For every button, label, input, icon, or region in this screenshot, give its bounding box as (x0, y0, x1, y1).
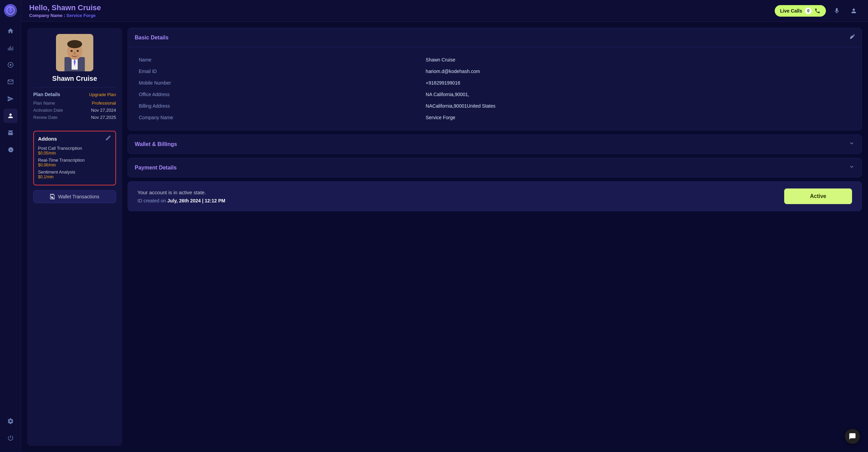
addon-item: Real-Time Transcription$0.06/min (38, 158, 111, 167)
basic-details-card: Basic Details NameShawn CruiseEmail IDha… (128, 28, 862, 130)
addon-price: $0.1/min (38, 175, 111, 179)
sidebar-item-contacts[interactable] (3, 109, 18, 123)
chat-icon (849, 433, 856, 440)
addon-item: Post Call Transcription$0.05/min (38, 146, 111, 156)
page-title: Hello, Shawn Cruise (29, 3, 101, 12)
basic-details-header[interactable]: Basic Details (128, 28, 862, 47)
plan-title-row: Plan Details Upgrade Plan (33, 92, 116, 97)
sidebar-item-send[interactable] (3, 92, 18, 106)
addons-edit-icon[interactable] (105, 135, 111, 142)
live-calls-button[interactable]: Live Calls 0 (775, 5, 826, 17)
payment-details-title: Payment Details (135, 165, 177, 171)
detail-label: Name (136, 54, 423, 66)
detail-label: Mobile Number (136, 77, 423, 89)
id-created-date: July, 26th 2024 | 12:12 PM (167, 198, 225, 203)
wallet-transactions-label: Wallet Transactions (58, 194, 99, 199)
active-badge-button: Active (784, 188, 852, 204)
detail-value: NACalifornia,90001United States (423, 100, 853, 112)
detail-label: Company Name (136, 112, 423, 123)
plan-details-section: Plan Details Upgrade Plan Plan Name Prof… (33, 87, 116, 126)
detail-row: Office AddressNA California,90001, (136, 89, 853, 100)
header: Hello, Shawn Cruise Company Name : Servi… (21, 0, 868, 22)
payment-details-card: Payment Details (128, 158, 862, 177)
right-panel: Basic Details NameShawn CruiseEmail IDha… (128, 28, 862, 446)
detail-row: NameShawn Cruise (136, 54, 853, 66)
profile-avatar (56, 34, 93, 71)
status-id-created: ID created on July, 26th 2024 | 12:12 PM (137, 198, 225, 203)
detail-row: Mobile Number+918299199016 (136, 77, 853, 89)
detail-label: Email ID (136, 66, 423, 77)
plan-title-text: Plan Details (33, 92, 60, 97)
header-title-area: Hello, Shawn Cruise Company Name : Servi… (29, 3, 101, 18)
status-text-area: Your account is in active state. ID crea… (137, 189, 225, 203)
addon-item: Sentiment Analysis$0.1/min (38, 169, 111, 179)
content-area: Shawn Cruise Plan Details Upgrade Plan P… (21, 22, 868, 452)
wallet-transactions-button[interactable]: Wallet Transactions (33, 190, 116, 203)
addons-header: Addons (38, 135, 111, 142)
addon-name: Real-Time Transcription (38, 158, 111, 163)
sidebar-item-power[interactable] (3, 431, 18, 445)
renew-label: Renew Date (33, 115, 58, 120)
detail-row: Email IDhariom.d@kodehash.com (136, 66, 853, 77)
upgrade-plan-link[interactable]: Upgrade Plan (89, 92, 116, 97)
live-calls-label: Live Calls (780, 8, 802, 14)
addon-name: Sentiment Analysis (38, 169, 111, 175)
avatar-svg (56, 34, 93, 71)
sidebar-item-campaigns[interactable] (3, 75, 18, 89)
sidebar-item-history[interactable] (3, 143, 18, 157)
phone-icon (814, 8, 820, 14)
chat-bubble-button[interactable] (845, 429, 860, 444)
account-status-card: Your account is in active state. ID crea… (128, 181, 862, 211)
wallet-icon (50, 194, 55, 199)
activation-value: Nov 27,2024 (91, 108, 116, 113)
detail-value: +918299199016 (423, 77, 853, 89)
sidebar-nav (3, 24, 18, 414)
addon-price: $0.05/min (38, 151, 111, 156)
detail-value: Service Forge (423, 112, 853, 123)
microphone-button[interactable] (831, 5, 843, 17)
svg-point-12 (77, 50, 79, 52)
left-panel: Shawn Cruise Plan Details Upgrade Plan P… (27, 28, 122, 446)
live-calls-count: 0 (805, 7, 812, 14)
sidebar-item-packages[interactable] (3, 126, 18, 140)
basic-details-edit-icon[interactable] (849, 34, 855, 41)
sidebar-item-home[interactable] (3, 24, 18, 38)
profile-name: Shawn Cruise (52, 75, 97, 83)
main-content: Hello, Shawn Cruise Company Name : Servi… (21, 0, 868, 452)
wallet-billings-toggle[interactable] (849, 140, 855, 148)
status-message: Your account is in active state. (137, 189, 225, 195)
detail-label: Office Address (136, 89, 423, 100)
addons-list: Post Call Transcription$0.05/minReal-Tim… (38, 146, 111, 179)
plan-name-label: Plan Name (33, 101, 55, 106)
details-table: NameShawn CruiseEmail IDhariom.d@kodehas… (136, 54, 853, 123)
detail-value: NA California,90001, (423, 89, 853, 100)
activation-row: Activation Date Nov 27,2024 (33, 108, 116, 113)
detail-label: Billing Address (136, 100, 423, 112)
sidebar-bottom (3, 414, 18, 445)
svg-point-10 (67, 40, 82, 48)
header-right: Live Calls 0 (775, 5, 860, 17)
svg-point-1 (9, 9, 12, 12)
company-subtitle: Company Name : Service Forge (29, 13, 101, 18)
basic-details-title: Basic Details (135, 35, 169, 41)
username-highlight: Shawn Cruise (52, 3, 101, 12)
sidebar (0, 0, 21, 452)
payment-details-toggle[interactable] (849, 164, 855, 171)
profile-section: Shawn Cruise (33, 34, 116, 83)
wallet-billings-header[interactable]: Wallet & Billings (128, 135, 862, 153)
user-profile-button[interactable] (848, 5, 860, 17)
svg-point-11 (71, 50, 73, 52)
sidebar-item-reports[interactable] (3, 41, 18, 55)
sidebar-item-settings[interactable] (3, 414, 18, 428)
addons-section: Addons Post Call Transcription$0.05/minR… (33, 131, 116, 185)
renew-row: Renew Date Nov 27,2025 (33, 115, 116, 120)
sidebar-logo[interactable] (4, 4, 17, 17)
sidebar-item-analytics[interactable] (3, 58, 18, 72)
detail-row: Billing AddressNACalifornia,90001United … (136, 100, 853, 112)
wallet-billings-title: Wallet & Billings (135, 141, 177, 147)
plan-name-value: Professional (92, 101, 116, 106)
svg-point-4 (10, 64, 11, 66)
svg-point-2 (10, 7, 11, 9)
payment-details-header[interactable]: Payment Details (128, 158, 862, 177)
addons-title: Addons (38, 136, 57, 142)
